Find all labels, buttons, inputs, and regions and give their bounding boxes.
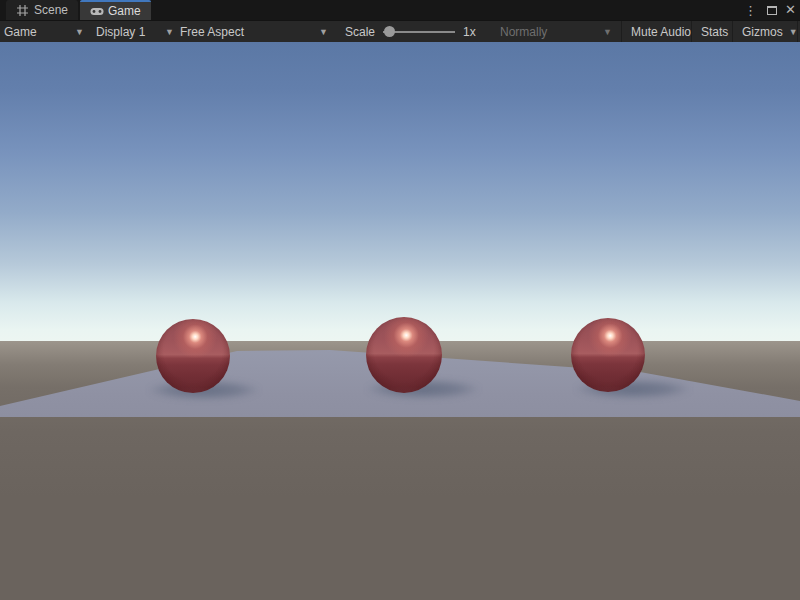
scale-control: Scale 1x [345, 21, 480, 42]
game-view-menu-dropdown[interactable]: Game ▼ [4, 21, 92, 42]
mute-audio-label: Mute Audio [631, 25, 691, 39]
chevron-down-icon: ▼ [319, 27, 328, 37]
scale-value: 1x [463, 25, 476, 39]
tab-game-label: Game [108, 4, 141, 18]
skybox [0, 42, 800, 342]
stats-button[interactable]: Stats [691, 21, 737, 42]
scale-slider[interactable] [383, 21, 455, 42]
chevron-down-icon: ▼ [789, 27, 798, 37]
mute-audio-button[interactable]: Mute Audio [621, 21, 700, 42]
kebab-menu-icon[interactable]: ⋮ [742, 3, 759, 18]
chevron-down-icon: ▼ [165, 27, 174, 37]
display-dropdown[interactable]: Display 1 ▼ [96, 21, 176, 42]
red-sphere-middle [366, 317, 442, 393]
game-viewport[interactable] [0, 42, 800, 600]
tab-scene-label: Scene [34, 3, 68, 17]
close-icon[interactable]: ✕ [785, 5, 796, 15]
stats-label: Stats [701, 25, 728, 39]
gizmos-label: Gizmos [742, 25, 783, 39]
tab-bar: Scene Game ⋮ ✕ [0, 0, 800, 20]
grid-icon [16, 4, 29, 17]
play-mode-label: Normally [500, 25, 547, 39]
aspect-ratio-label: Free Aspect [180, 25, 244, 39]
display-dropdown-label: Display 1 [96, 25, 145, 39]
chevron-down-icon: ▼ [75, 27, 84, 37]
game-view-toolbar: Game ▼ Display 1 ▼ Free Aspect ▼ Scale 1… [0, 20, 800, 42]
red-sphere-left [156, 319, 230, 393]
aspect-ratio-dropdown[interactable]: Free Aspect ▼ [180, 21, 332, 42]
gizmos-dropdown[interactable]: Gizmos ▼ [732, 21, 798, 42]
scale-slider-thumb[interactable] [384, 26, 395, 37]
red-sphere-right [571, 318, 645, 392]
play-mode-dropdown[interactable]: Normally ▼ [500, 21, 618, 42]
scale-label: Scale [345, 25, 375, 39]
tab-game[interactable]: Game [80, 0, 151, 20]
unity-game-window: Scene Game ⋮ ✕ Game ▼ Display 1 ▼ [0, 0, 800, 600]
maximize-icon[interactable] [767, 6, 777, 15]
game-view-menu-label: Game [4, 25, 37, 39]
gamepad-icon [90, 5, 103, 18]
tab-scene[interactable]: Scene [6, 0, 78, 20]
chevron-down-icon: ▼ [603, 27, 612, 37]
window-controls: ⋮ ✕ [742, 0, 796, 20]
